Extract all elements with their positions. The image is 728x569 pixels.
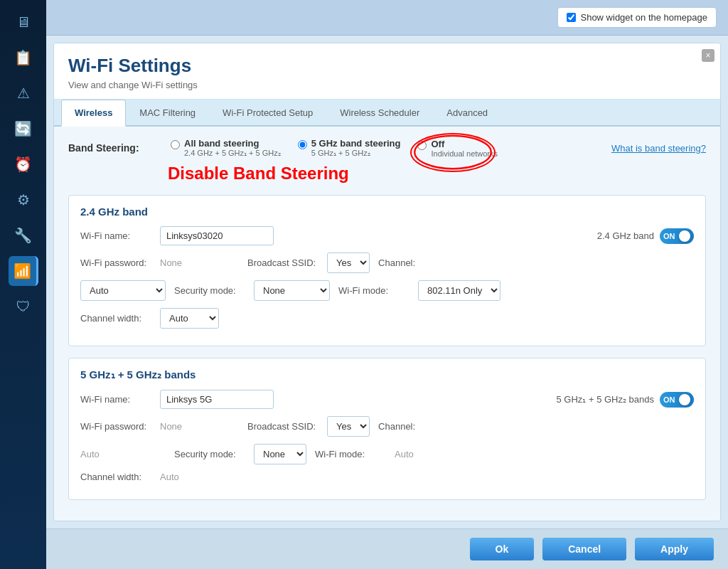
band-5g-toggle-label: ON xyxy=(663,395,675,404)
band-24-broadcast-select[interactable]: Yes No xyxy=(327,252,370,273)
sidebar: 🖥 📋 ⚠ 🔄 ⏰ ⚙ 🔧 📶 🛡 xyxy=(0,0,46,569)
band-5g-section: 5 GHz₁ + 5 GHz₂ bands Wi-Fi name: 5 GHz₁… xyxy=(68,358,706,500)
band-5g-toggle[interactable]: ON xyxy=(660,392,694,408)
band-24-password-label: Wi-Fi password: xyxy=(80,257,151,268)
band-5g-broadcast-select[interactable]: Yes No xyxy=(327,416,370,437)
radio-off-sub: Individual networks xyxy=(431,149,498,158)
radio-all-band-input[interactable] xyxy=(171,140,180,149)
band-5g-settings-row: Auto Security mode: None WPA2 Wi-Fi mode… xyxy=(80,444,694,464)
band-24-width-row: Channel width: Auto 20 MHz 40 MHz xyxy=(80,308,694,329)
cancel-button[interactable]: Cancel xyxy=(542,538,626,560)
band-5g-broadcast-label: Broadcast SSID: xyxy=(247,421,318,432)
band-5g-width-row: Channel width: Auto xyxy=(80,472,694,482)
band-5g-password-value: None xyxy=(160,421,182,432)
close-button[interactable]: × xyxy=(702,49,714,62)
tab-advanced[interactable]: Advanced xyxy=(433,100,501,125)
radio-5ghz-band-input[interactable] xyxy=(298,140,307,149)
content-panel: × Wi-Fi Settings View and change Wi-Fi s… xyxy=(53,43,721,521)
radio-off-label: Off xyxy=(431,139,498,149)
band-5g-title: 5 GHz₁ + 5 GHz₂ bands xyxy=(80,368,694,381)
band-24-name-input[interactable] xyxy=(160,226,274,245)
show-widget-container[interactable]: Show widget on the homepage xyxy=(557,7,717,28)
band-5g-width-label: Channel width: xyxy=(80,472,151,482)
sidebar-icon-warning[interactable]: ⚠ xyxy=(9,78,38,108)
sidebar-icon-devices[interactable]: 📋 xyxy=(9,43,38,73)
footer: Ok Cancel Apply xyxy=(46,528,728,569)
band-24-wifi-mode-select[interactable]: 802.11n Only Auto xyxy=(418,280,500,301)
tab-wireless-scheduler[interactable]: Wireless Scheduler xyxy=(326,100,433,125)
band-5g-name-input[interactable] xyxy=(160,390,274,409)
tab-wifi-protected[interactable]: Wi-Fi Protected Setup xyxy=(209,100,326,125)
radio-off-band[interactable]: Off Individual networks xyxy=(417,139,498,158)
radio-off-band-input[interactable] xyxy=(417,141,427,150)
main-wrapper: Show widget on the homepage × Wi-Fi Sett… xyxy=(46,0,728,569)
sidebar-icon-router[interactable]: 🖥 xyxy=(9,7,38,37)
sidebar-icon-clock[interactable]: ⏰ xyxy=(9,149,38,179)
radio-all-band[interactable]: All band steering 2.4 GHz + 5 GHz₁ + 5 G… xyxy=(171,138,281,158)
band-24-band-label: 2.4 GHz band xyxy=(597,230,654,241)
band-5g-channel-label: Channel: xyxy=(378,421,449,432)
ok-button[interactable]: Ok xyxy=(470,538,535,560)
band-24-width-select[interactable]: Auto 20 MHz 40 MHz xyxy=(160,308,219,329)
band-24-channel-select[interactable]: Auto xyxy=(80,280,166,301)
band-24-channel-label: Channel: xyxy=(378,257,449,268)
scroll-area: Band Steering: All band steering 2.4 GHz… xyxy=(54,127,720,521)
band-5g-wifi-mode-value: Auto xyxy=(395,449,414,459)
band-24-name-label: Wi-Fi name: xyxy=(80,230,151,241)
top-bar: Show widget on the homepage xyxy=(46,0,728,36)
band-24-section: 2.4 GHz band Wi-Fi name: 2.4 GHz band ON… xyxy=(68,195,706,346)
band-5g-name-label: Wi-Fi name: xyxy=(80,394,151,405)
band-5g-name-row: Wi-Fi name: 5 GHz₁ + 5 GHz₂ bands ON xyxy=(80,390,694,409)
band-5g-channel-auto: Auto xyxy=(80,449,166,459)
radio-5ghz-band[interactable]: 5 GHz band steering 5 GHz₁ + 5 GHz₂ xyxy=(298,138,401,158)
tab-mac-filtering[interactable]: MAC Filtering xyxy=(126,100,209,125)
show-widget-checkbox[interactable] xyxy=(567,13,576,22)
sidebar-icon-settings[interactable]: ⚙ xyxy=(9,185,38,215)
show-widget-label: Show widget on the homepage xyxy=(580,12,707,23)
band-24-security-label: Security mode: xyxy=(174,285,245,296)
band-5g-toggle-row: 5 GHz₁ + 5 GHz₂ bands ON xyxy=(556,392,694,408)
page-title: Wi-Fi Settings xyxy=(68,55,706,77)
band-steering-row: Band Steering: All band steering 2.4 GHz… xyxy=(68,138,706,158)
sidebar-icon-wifi[interactable]: 📶 xyxy=(9,256,38,286)
band-24-toggle-label: ON xyxy=(663,232,675,240)
page-subtitle: View and change Wi-Fi settings xyxy=(68,80,706,90)
radio-all-band-sub: 2.4 GHz + 5 GHz₁ + 5 GHz₂ xyxy=(184,149,281,158)
band-5g-security-select[interactable]: None WPA2 xyxy=(254,444,306,464)
band-steering-label: Band Steering: xyxy=(68,142,154,154)
radio-5ghz-sub: 5 GHz₁ + 5 GHz₂ xyxy=(311,149,401,158)
band-5g-wifi-mode-label: Wi-Fi mode: xyxy=(315,449,386,459)
band-24-wifi-mode-label: Wi-Fi mode: xyxy=(338,285,410,296)
sidebar-icon-tools[interactable]: 🔧 xyxy=(9,220,38,250)
band-5g-width-value: Auto xyxy=(160,472,179,482)
band-24-broadcast-label: Broadcast SSID: xyxy=(247,257,318,268)
what-is-link[interactable]: What is band steering? xyxy=(611,143,706,154)
radio-all-band-label: All band steering xyxy=(184,138,281,149)
radio-5ghz-label: 5 GHz band steering xyxy=(311,138,401,149)
tabs-bar: Wireless MAC Filtering Wi-Fi Protected S… xyxy=(54,100,720,127)
band-24-password-value: None xyxy=(160,257,182,268)
band-5g-password-label: Wi-Fi password: xyxy=(80,421,151,432)
band-5g-band-label: 5 GHz₁ + 5 GHz₂ bands xyxy=(556,394,654,405)
band-24-name-row: Wi-Fi name: 2.4 GHz band ON xyxy=(80,226,694,245)
band-24-settings-row: Auto Security mode: None WPA2 WPA/WPA2 W… xyxy=(80,280,694,301)
band-24-toggle[interactable]: ON xyxy=(660,228,694,244)
band-24-security-select[interactable]: None WPA2 WPA/WPA2 xyxy=(254,280,330,301)
band-5g-password-row: Wi-Fi password: None Broadcast SSID: Yes… xyxy=(80,416,694,437)
disable-band-steering-text: Disable Band Steering xyxy=(168,164,706,184)
band-24-toggle-row: 2.4 GHz band ON xyxy=(597,228,694,244)
sidebar-icon-shield[interactable]: 🛡 xyxy=(9,292,38,321)
band-24-password-row: Wi-Fi password: None Broadcast SSID: Yes… xyxy=(80,252,694,273)
band-5g-security-label: Security mode: xyxy=(174,449,245,459)
off-option-wrapper: Off Individual networks xyxy=(417,139,498,158)
sidebar-icon-sync[interactable]: 🔄 xyxy=(9,114,38,144)
band-24-title: 2.4 GHz band xyxy=(80,206,694,218)
band-24-width-label: Channel width: xyxy=(80,313,151,324)
panel-header: Wi-Fi Settings View and change Wi-Fi set… xyxy=(54,43,720,100)
tab-wireless[interactable]: Wireless xyxy=(61,100,126,127)
apply-button[interactable]: Apply xyxy=(635,538,714,560)
